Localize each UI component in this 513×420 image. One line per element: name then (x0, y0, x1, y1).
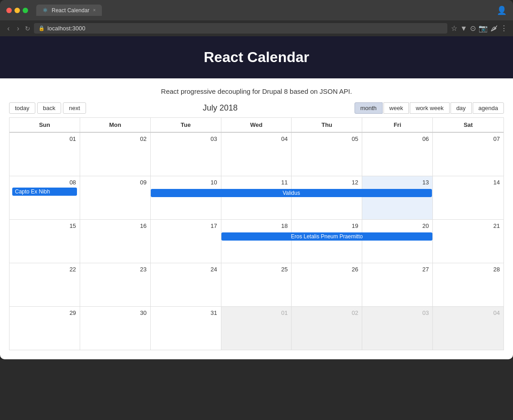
menu-icon[interactable]: ⋮ (500, 24, 508, 33)
title-bar: ⚛ React Calendar × 👤 (0, 0, 513, 20)
day-jul-21[interactable]: 21 (433, 220, 503, 263)
header-sun: Sun (10, 118, 80, 132)
view-day-button[interactable]: day (451, 102, 472, 114)
day-number: 12 (294, 178, 359, 188)
day-number: 26 (294, 265, 359, 275)
calendar-week-3: 15 16 17 18 Eros Letalis Pneum Praemitto… (10, 220, 503, 263)
day-number: 02 (294, 309, 359, 318)
close-button[interactable] (6, 8, 12, 13)
address-bar[interactable]: 🔒 localhost:3000 (34, 23, 448, 34)
day-jul-20[interactable]: 20 (362, 220, 433, 263)
view-month-button[interactable]: month (355, 102, 383, 114)
header-fri: Fri (362, 118, 433, 132)
view-agenda-button[interactable]: agenda (473, 102, 504, 114)
day-jul-08[interactable]: 08 Capto Ex Nibh (10, 176, 80, 219)
header-wed: Wed (221, 118, 292, 132)
day-jul-10[interactable]: 10 Validus (151, 176, 221, 219)
header-mon: Mon (80, 118, 151, 132)
day-jul-22[interactable]: 22 (10, 263, 80, 306)
day-jul-06[interactable]: 06 (362, 133, 433, 176)
maximize-button[interactable] (23, 8, 28, 13)
back-nav-button[interactable]: back (37, 102, 61, 114)
event-validus[interactable]: Validus (151, 189, 432, 197)
today-button[interactable]: today (9, 102, 35, 114)
profile-icon[interactable]: 👤 (497, 5, 507, 15)
day-jul-16[interactable]: 16 (80, 220, 151, 263)
url-text: localhost:3000 (48, 25, 86, 32)
day-number: 31 (153, 309, 218, 318)
day-number: 15 (12, 222, 77, 231)
back-button[interactable]: ‹ (5, 24, 11, 34)
day-jul-12[interactable]: 12 (292, 176, 362, 219)
day-jul-03[interactable]: 03 (151, 133, 221, 176)
extension-3-icon[interactable]: 📷 (479, 24, 488, 33)
calendar-week-2: 08 Capto Ex Nibh 09 10 Validus 11 12 (10, 176, 503, 220)
day-jul-18[interactable]: 18 Eros Letalis Pneum Praemitto (221, 220, 292, 263)
day-aug-04[interactable]: 04 (433, 307, 503, 350)
day-number: 03 (365, 309, 430, 318)
view-workweek-button[interactable]: work week (410, 102, 449, 114)
day-number: 23 (83, 265, 148, 275)
event-eros[interactable]: Eros Letalis Pneum Praemitto (221, 232, 433, 241)
day-jul-31[interactable]: 31 (151, 307, 221, 350)
day-aug-02[interactable]: 02 (292, 307, 362, 350)
calendar-header-row: Sun Mon Tue Wed Thu Fri Sat (10, 118, 503, 133)
next-nav-button[interactable]: next (63, 102, 86, 114)
browser-tab[interactable]: ⚛ React Calendar × (36, 5, 102, 16)
day-number: 25 (224, 265, 289, 275)
day-jul-11[interactable]: 11 (221, 176, 292, 219)
tab-close-button[interactable]: × (93, 8, 96, 13)
event-capto[interactable]: Capto Ex Nibh (12, 188, 77, 196)
day-jul-01[interactable]: 01 (10, 133, 80, 176)
view-week-button[interactable]: week (384, 102, 409, 114)
browser-toolbar-icons: ☆ ▼ ⊙ 📷 🌶 ⋮ (451, 24, 508, 33)
day-jul-30[interactable]: 30 (80, 307, 151, 350)
day-jul-25[interactable]: 25 (221, 263, 292, 306)
calendar-grid: Sun Mon Tue Wed Thu Fri Sat 01 02 03 04 … (9, 117, 504, 350)
reload-button[interactable]: ↻ (25, 25, 30, 32)
header-thu: Thu (292, 118, 362, 132)
day-jul-27[interactable]: 27 (362, 263, 433, 306)
day-number: 02 (83, 135, 148, 144)
day-number: 17 (153, 222, 218, 231)
day-number: 04 (436, 309, 501, 318)
extension-4-icon[interactable]: 🌶 (490, 24, 498, 33)
day-number: 01 (12, 135, 77, 144)
day-aug-01[interactable]: 01 (221, 307, 292, 350)
day-aug-03[interactable]: 03 (362, 307, 433, 350)
bookmark-icon[interactable]: ☆ (451, 24, 457, 33)
day-jul-15[interactable]: 15 (10, 220, 80, 263)
forward-button[interactable]: › (15, 24, 21, 34)
day-number: 16 (83, 222, 148, 231)
view-buttons: month week work week day agenda (355, 102, 504, 114)
day-jul-04[interactable]: 04 (221, 133, 292, 176)
day-jul-17[interactable]: 17 (151, 220, 221, 263)
day-jul-26[interactable]: 26 (292, 263, 362, 306)
day-number: 22 (12, 265, 77, 275)
subtitle: React progressive decoupling for Drupal … (9, 87, 504, 95)
day-number: 01 (224, 309, 289, 318)
extension-1-icon[interactable]: ▼ (460, 24, 467, 33)
day-jul-24[interactable]: 24 (151, 263, 221, 306)
react-icon: ⚛ (43, 7, 48, 14)
day-number: 20 (365, 222, 430, 231)
calendar-week-4: 22 23 24 25 26 27 28 (10, 263, 503, 307)
app-title: React Calendar (13, 49, 500, 66)
day-jul-28[interactable]: 28 (433, 263, 503, 306)
day-jul-14[interactable]: 14 (433, 176, 503, 219)
minimize-button[interactable] (14, 8, 20, 13)
day-number: 19 (294, 222, 359, 231)
day-jul-02[interactable]: 02 (80, 133, 151, 176)
day-jul-09[interactable]: 09 (80, 176, 151, 219)
day-number: 24 (153, 265, 218, 275)
day-jul-23[interactable]: 23 (80, 263, 151, 306)
tab-bar: ⚛ React Calendar × (36, 5, 102, 16)
day-jul-05[interactable]: 05 (292, 133, 362, 176)
calendar-toolbar: today back next July 2018 month week wor… (9, 102, 504, 114)
day-jul-07[interactable]: 07 (433, 133, 503, 176)
day-jul-19[interactable]: 19 (292, 220, 362, 263)
day-jul-29[interactable]: 29 (10, 307, 80, 350)
day-jul-13[interactable]: 13 (362, 176, 433, 219)
day-number: 29 (12, 309, 77, 318)
extension-2-icon[interactable]: ⊙ (470, 24, 476, 33)
